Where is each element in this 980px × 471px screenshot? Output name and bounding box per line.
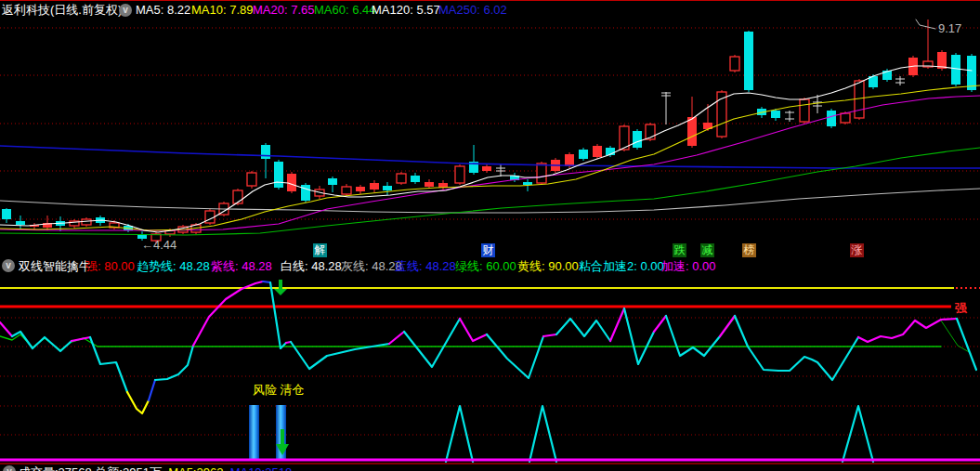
value-item: 紫线: 48.28 xyxy=(211,259,272,274)
chart-canvas[interactable] xyxy=(0,0,980,471)
event-badge[interactable]: 涨 xyxy=(850,243,864,257)
event-badge[interactable]: 榜 xyxy=(742,243,756,257)
value-item: 绿线: 60.00 xyxy=(455,259,516,274)
event-badge[interactable]: 财 xyxy=(481,243,495,257)
value-item: MA5: 8.22 xyxy=(136,3,190,18)
value-item: 灰线: 48.28 xyxy=(341,259,402,274)
value-item: MA120: 5.57 xyxy=(372,3,440,18)
clipped-volume-pane-header: v 成交量:37568 总额:2951万 MA5:2963 MA10:3518 xyxy=(0,464,980,471)
clipped-text-segment: MA5:2963 xyxy=(162,465,224,471)
value-item: MA20: 7.65 xyxy=(253,3,315,18)
clipped-text-segment: 成交量:37568 总额:2951万 xyxy=(19,465,162,471)
ma-lines xyxy=(0,66,980,235)
value-item: 加速: 0.00 xyxy=(661,259,716,274)
event-badge[interactable]: 减 xyxy=(700,243,714,257)
value-item: 粘合加速2: 0.00 xyxy=(579,259,664,274)
stock-title: 返利科技(日线.前复权) xyxy=(2,3,122,18)
main-chart-header: 返利科技(日线.前复权) v MA5: 8.22MA10: 7.89MA20: … xyxy=(0,1,980,20)
event-badge[interactable]: 解 xyxy=(313,243,327,257)
high-price-label: 9.17 xyxy=(938,21,961,35)
indicator-level-lines xyxy=(0,288,980,307)
chevron-down-icon[interactable]: v xyxy=(3,465,16,471)
clipped-text-segment: MA10:3518 xyxy=(223,465,292,471)
low-price-label: ←4.44 xyxy=(141,238,176,252)
indicator-header: v 双线智能擒牛 强: 80.00趋势线: 48.28紫线: 48.28白线: … xyxy=(0,258,980,274)
value-item: MA250: 6.02 xyxy=(438,3,507,18)
indicator-trend-zigzag xyxy=(0,281,976,413)
indicator-title: 双线智能擒牛 xyxy=(19,259,91,274)
value-item: 蓝线: 48.28 xyxy=(395,259,456,274)
clipped-header-text: 成交量:37568 总额:2951万 MA5:2963 MA10:3518 xyxy=(19,464,292,471)
value-item: MA60: 6.44 xyxy=(314,3,376,18)
indicator-baselines xyxy=(0,460,980,464)
value-item: 强: 80.00 xyxy=(85,259,135,274)
strong-level-label: 强 xyxy=(955,300,967,317)
event-badge[interactable]: 跌 xyxy=(673,243,686,257)
value-item: 黄线: 90.00 xyxy=(517,259,579,274)
window-top-border xyxy=(0,0,980,1)
value-item: 趋势线: 48.28 xyxy=(137,259,210,274)
chevron-down-icon[interactable]: v xyxy=(2,259,15,272)
chevron-down-icon[interactable]: v xyxy=(119,4,132,17)
indicator-spikes xyxy=(446,406,873,462)
value-item: 白线: 48.28 xyxy=(281,259,342,274)
value-item: MA10: 7.89 xyxy=(191,3,254,18)
stock-app-window: 返利科技(日线.前复权) v MA5: 8.22MA10: 7.89MA20: … xyxy=(0,0,980,471)
risk-clear-label: 风险 清仓 xyxy=(253,382,305,399)
